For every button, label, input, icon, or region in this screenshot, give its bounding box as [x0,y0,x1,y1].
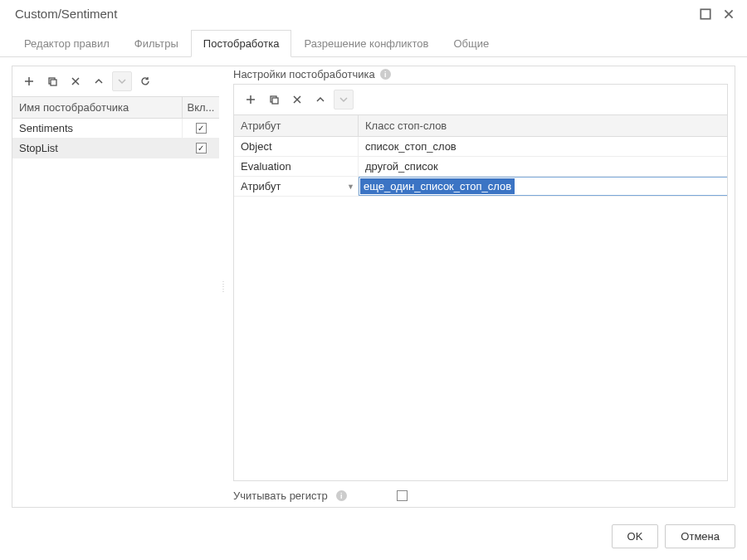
maximize-icon[interactable] [699,7,712,21]
attribute-cell-text: Атрибут [241,180,281,192]
move-down-icon[interactable] [334,90,354,110]
attribute-cell[interactable]: Object [234,137,359,156]
col-header-name[interactable]: Имя постобработчика [12,97,183,118]
enabled-checkbox[interactable]: ✓ [196,123,207,134]
svg-rect-2 [51,80,56,85]
stopclass-input[interactable]: еще_один_список_стоп_слов [359,177,727,196]
tabs: Редактор правил Фильтры Постобработка Ра… [0,29,747,57]
enabled-checkbox[interactable]: ✓ [196,143,207,153]
copy-icon[interactable] [42,71,62,91]
move-up-icon[interactable] [310,90,330,110]
refresh-icon[interactable] [135,71,155,91]
left-toolbar [12,66,219,96]
delete-icon[interactable] [66,71,85,91]
move-up-icon[interactable] [89,71,109,91]
stopclass-cell[interactable]: другой_список [359,157,727,176]
ok-button[interactable]: OK [612,524,659,548]
chevron-down-icon[interactable]: ▼ [347,183,354,191]
info-icon[interactable]: i [380,69,391,80]
col-header-stopclass[interactable]: Класс стоп-слов [359,115,727,136]
add-icon[interactable] [19,71,39,91]
add-icon[interactable] [241,90,261,110]
postprocessor-grid: Имя постобработчика Вкл... Sentiments ✓ … [12,96,219,158]
tab-filters[interactable]: Фильтры [122,30,191,57]
dialog-title: Custom/Sentiment [15,7,117,21]
table-row[interactable]: StopList ✓ [12,139,219,158]
splitter[interactable]: ····· [219,66,227,508]
close-icon[interactable] [722,7,735,21]
stopclass-cell[interactable]: список_стоп_слов [359,137,727,156]
svg-rect-0 [701,9,710,18]
tab-general[interactable]: Общие [441,30,501,57]
selected-text: еще_один_список_стоп_слов [360,178,515,194]
table-row[interactable]: Object список_стоп_слов [234,137,727,157]
attributes-grid: Атрибут Класс стоп-слов Object список_ст… [234,114,727,480]
delete-icon[interactable] [287,90,307,110]
table-row[interactable]: Атрибут ▼ еще_один_список_стоп_слов [234,177,727,197]
tab-postprocessing[interactable]: Постобработка [191,30,292,57]
postprocessor-name: Sentiments [12,119,183,138]
right-toolbar [234,85,727,114]
attribute-cell[interactable]: Evaluation [234,157,359,176]
svg-rect-4 [272,98,278,104]
move-down-icon[interactable] [112,71,132,91]
table-row[interactable]: Evaluation другой_список [234,157,727,177]
settings-title: Настройки постобработчика [233,68,375,80]
col-header-attribute[interactable]: Атрибут [234,115,359,136]
attribute-dropdown[interactable]: Атрибут ▼ [234,177,359,196]
info-icon[interactable]: i [336,490,347,501]
col-header-enabled[interactable]: Вкл... [183,97,219,118]
case-sensitive-checkbox[interactable] [397,490,408,501]
tab-conflict-resolution[interactable]: Разрешение конфликтов [291,30,441,57]
tab-rule-editor[interactable]: Редактор правил [12,30,122,57]
table-row[interactable]: Sentiments ✓ [12,119,219,139]
postprocessor-name: StopList [12,139,183,158]
cancel-button[interactable]: Отмена [665,524,735,548]
copy-icon[interactable] [264,90,284,110]
case-sensitive-label: Учитывать регистр [233,489,328,502]
splitter-grip-icon: ····· [222,280,224,293]
